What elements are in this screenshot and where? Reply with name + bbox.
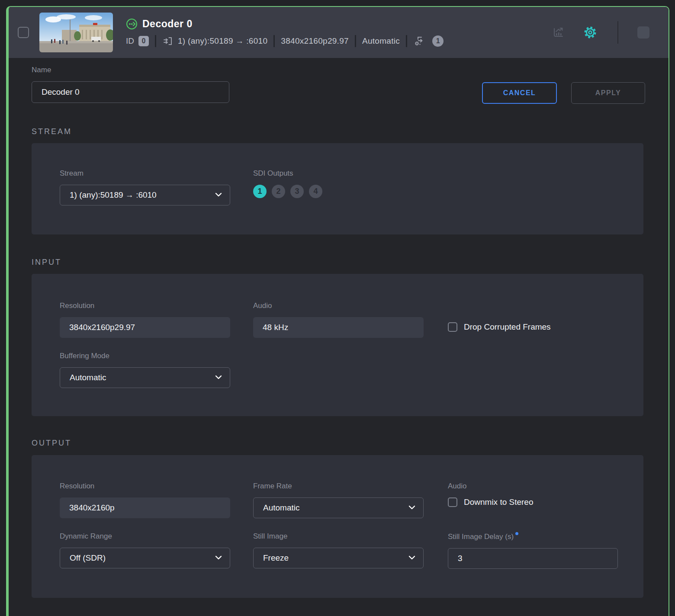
output-card: Resolution 3840x2160p Frame Rate Automat… xyxy=(32,455,643,598)
cancel-button[interactable]: CANCEL xyxy=(482,82,557,104)
input-resolution-text: 3840x2160p29.97 xyxy=(69,323,135,332)
sdi-output-icon xyxy=(413,35,425,47)
modified-indicator-dot xyxy=(515,532,518,535)
dynamic-range-group: Dynamic Range Off (SDR) xyxy=(60,532,230,568)
sdi-outputs-row: 1 2 3 4 xyxy=(253,185,322,198)
dynamic-range-value: Off (SDR) xyxy=(70,553,106,563)
still-image-delay-group: Still Image Delay (s) xyxy=(448,532,618,569)
select-checkbox[interactable] xyxy=(18,27,29,38)
header-divider xyxy=(617,21,618,44)
input-audio-group: Audio 48 kHz xyxy=(253,302,424,338)
input-card: Resolution 3840x2160p29.97 Audio 48 kHz … xyxy=(32,274,643,416)
frame-rate-value: Automatic xyxy=(263,503,299,513)
buffering-meta: Automatic xyxy=(362,36,400,46)
stream-section-title: STREAM xyxy=(32,127,72,136)
id-badge: 0 xyxy=(138,36,149,46)
output-section-title: OUTPUT xyxy=(32,439,71,448)
sdi-output-count-badge: 1 xyxy=(432,35,444,47)
sdi-output-3-toggle[interactable]: 3 xyxy=(290,185,304,198)
stream-card: Stream 1) (any):50189 → :6010 SDI Output… xyxy=(32,143,643,234)
still-image-value: Freeze xyxy=(263,553,289,563)
downmix-to-stereo-label: Downmix to Stereo xyxy=(464,497,534,507)
still-image-label: Still Image xyxy=(253,532,424,541)
output-audio-group: Audio Downmix to Stereo xyxy=(448,482,534,507)
input-audio-label: Audio xyxy=(253,302,424,310)
still-image-group: Still Image Freeze xyxy=(253,532,424,568)
input-resolution-group: Resolution 3840x2160p29.97 xyxy=(60,302,230,338)
stream-select-value: 1) (any):50189 → :6010 xyxy=(70,190,157,200)
output-resolution-group: Resolution 3840x2160p xyxy=(60,482,230,518)
still-image-delay-label: Still Image Delay (s) xyxy=(448,532,618,541)
input-audio-value: 48 kHz xyxy=(253,317,424,338)
drop-corrupted-frames-row: Drop Corrupted Frames xyxy=(448,322,551,332)
gear-icon[interactable] xyxy=(583,25,598,40)
still-image-select[interactable]: Freeze xyxy=(253,548,424,568)
name-field-group: Name xyxy=(32,66,229,103)
sdi-output-1-toggle[interactable]: 1 xyxy=(253,185,267,198)
sdi-output-4-toggle[interactable]: 4 xyxy=(309,185,322,198)
stream-input-icon xyxy=(162,35,174,47)
buffering-mode-value: Automatic xyxy=(70,373,106,382)
sdi-outputs-label: SDI Outputs xyxy=(253,169,322,178)
decoder-active-icon xyxy=(126,18,138,30)
sdi-output-2-toggle[interactable]: 2 xyxy=(272,185,285,198)
input-audio-text: 48 kHz xyxy=(263,323,288,332)
input-section-title: INPUT xyxy=(32,258,61,267)
chevron-down-icon xyxy=(408,505,415,510)
preview-thumbnail[interactable] xyxy=(39,13,113,52)
still-image-delay-input[interactable] xyxy=(448,548,618,569)
decoder-meta-row: ID 0 1) (any):50189 → :6010 3840x2160p29… xyxy=(126,35,444,47)
drop-corrupted-frames-label: Drop Corrupted Frames xyxy=(464,322,551,332)
name-label: Name xyxy=(32,66,229,74)
stream-label: Stream xyxy=(60,169,230,178)
decoder-title-block: Decoder 0 ID 0 1) (any):50189 → :6010 38… xyxy=(126,18,444,47)
input-resolution-label: Resolution xyxy=(60,302,230,310)
sdi-outputs-group: SDI Outputs 1 2 3 4 xyxy=(253,169,322,198)
decoder-panel: Decoder 0 ID 0 1) (any):50189 → :6010 38… xyxy=(6,6,669,616)
frame-rate-label: Frame Rate xyxy=(253,482,424,491)
dynamic-range-label: Dynamic Range xyxy=(60,532,230,541)
resolution-meta: 3840x2160p29.97 xyxy=(281,36,349,46)
buffering-mode-select[interactable]: Automatic xyxy=(60,367,230,388)
chevron-down-icon xyxy=(215,555,222,560)
frame-rate-select[interactable]: Automatic xyxy=(253,497,424,518)
buffering-mode-group: Buffering Mode Automatic xyxy=(60,352,230,388)
header-actions xyxy=(552,21,649,44)
square-tile-icon[interactable] xyxy=(637,26,649,38)
meta-divider xyxy=(406,35,407,47)
output-resolution-value: 3840x2160p xyxy=(60,497,230,518)
meta-divider xyxy=(273,35,275,47)
name-input[interactable] xyxy=(32,81,229,103)
thumbnail-image xyxy=(39,13,113,52)
meta-divider xyxy=(155,35,156,47)
statistics-icon[interactable] xyxy=(552,26,565,39)
apply-button[interactable]: APPLY xyxy=(571,82,645,104)
chevron-down-icon xyxy=(215,375,222,379)
still-image-delay-label-text: Still Image Delay (s) xyxy=(448,533,514,541)
frame-rate-group: Frame Rate Automatic xyxy=(253,482,424,518)
decoder-title: Decoder 0 xyxy=(142,18,193,30)
downmix-row: Downmix to Stereo xyxy=(448,497,534,507)
output-resolution-text: 3840x2160p xyxy=(69,503,115,513)
stream-select[interactable]: 1) (any):50189 → :6010 xyxy=(60,185,230,205)
id-label: ID xyxy=(126,36,134,46)
dynamic-range-select[interactable]: Off (SDR) xyxy=(60,548,230,568)
chevron-down-icon xyxy=(215,192,222,197)
decoder-settings-body: Name CANCEL APPLY STREAM Stream 1) (any)… xyxy=(9,58,669,616)
buffering-mode-label: Buffering Mode xyxy=(60,352,230,360)
meta-divider xyxy=(355,35,356,47)
drop-corrupted-frames-checkbox[interactable] xyxy=(448,322,457,332)
output-audio-label: Audio xyxy=(448,482,534,491)
input-resolution-value: 3840x2160p29.97 xyxy=(60,317,230,338)
chevron-down-icon xyxy=(408,555,415,560)
stream-route-meta: 1) (any):50189 → :6010 xyxy=(178,36,267,46)
decoder-header: Decoder 0 ID 0 1) (any):50189 → :6010 38… xyxy=(9,7,669,58)
output-resolution-label: Resolution xyxy=(60,482,230,491)
downmix-to-stereo-checkbox[interactable] xyxy=(448,497,457,507)
stream-field-group: Stream 1) (any):50189 → :6010 xyxy=(60,169,230,205)
